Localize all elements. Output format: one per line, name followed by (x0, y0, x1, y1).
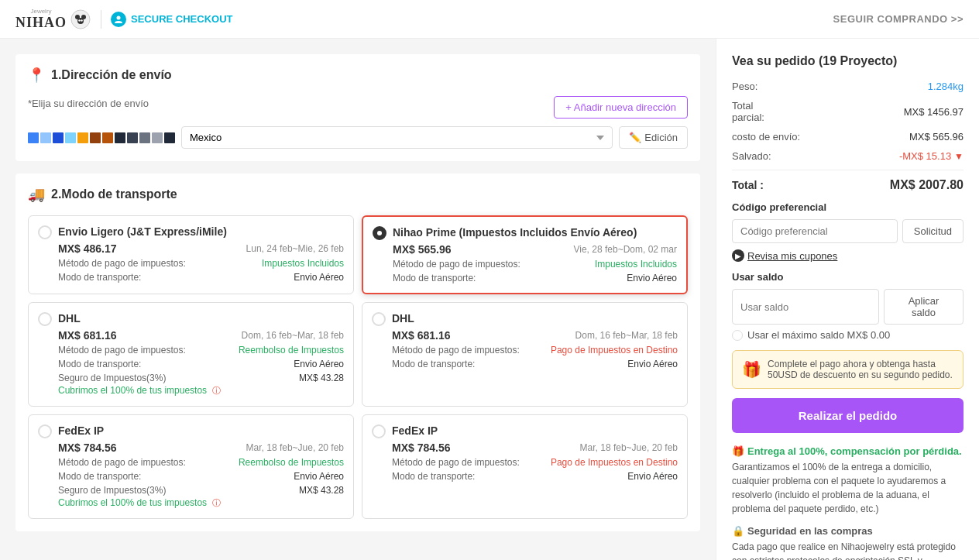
price-date-row: MX$ 681.16 Dom, 16 feb~Mar, 18 feb (58, 329, 344, 342)
card-header: Envio Ligero (J&T Express/iMile) MX$ 486… (38, 225, 344, 283)
section-title-address: 📍 1.Dirección de envío (28, 67, 688, 84)
transport-mode-label: Modo de transporte: (392, 359, 475, 369)
promo-banner-icon: 🎁 (742, 360, 761, 379)
header: Jewelry NIHAO SECURE CHECKOUT (0, 0, 979, 39)
tax-value: Pago de Impuestos en Destino (551, 345, 678, 356)
transport-mode-label: Modo de transporte: (58, 359, 141, 369)
insurance-row: Seguro de Impuestos(3%) MX$ 43.28 (58, 485, 344, 496)
tax-row: Método de pago de impuestos: Impuestos I… (393, 259, 677, 270)
card-title: FedEx IP (58, 424, 344, 437)
color-swatch[interactable] (115, 132, 125, 143)
svg-point-4 (78, 19, 80, 21)
guarantee-title: 🎁 Entrega al 100%, compensación por pérd… (732, 445, 964, 457)
radio-button[interactable] (38, 312, 52, 326)
transport-card-dhl-right[interactable]: DHL MX$ 681.16 Dom, 16 feb~Mar, 18 feb M… (362, 302, 688, 407)
transport-card-nihao-prime[interactable]: Nihao Prime (Impuestos Incluidos Envío A… (362, 215, 688, 294)
insurance-row: Seguro de Impuestos(3%) MX$ 43.28 (58, 373, 344, 383)
promo-label: Código preferencial (732, 201, 964, 213)
guarantee-text: Garantizamos el 100% de la entrega a dom… (732, 460, 964, 516)
color-swatch[interactable] (164, 132, 175, 143)
transport-mode-value: Envio Aéreo (294, 471, 344, 482)
card-header: FedEx IP MX$ 784.56 Mar, 18 feb~Jue, 20 … (372, 424, 678, 482)
order-shipping-row: costo de envío: MX$ 565.96 (732, 131, 964, 143)
radio-button[interactable] (372, 424, 386, 438)
promo-button[interactable]: Solicitud (902, 219, 964, 243)
tax-value: Reembolso de Impuestos (239, 345, 344, 356)
card-title: FedEx IP (392, 424, 678, 437)
transport-mode-row: Modo de transporte: Envio Aéreo (58, 359, 344, 369)
tax-value: Impuestos Incluidos (262, 258, 344, 269)
weight-value: 1.284kg (928, 81, 964, 92)
card-price: MX$ 784.56 (58, 441, 117, 454)
radio-button[interactable] (38, 424, 52, 438)
color-swatches (28, 132, 175, 143)
transport-card-fedex-left[interactable]: FedEx IP MX$ 784.56 Mar, 18 feb~Jue, 20 … (28, 414, 354, 519)
subtotal-label: Total parcial: (732, 100, 764, 123)
promo-input[interactable] (732, 219, 898, 243)
transport-card-envio-ligero[interactable]: Envio Ligero (J&T Express/iMile) MX$ 486… (28, 215, 354, 294)
transport-section-title: 2.Modo de transporte (51, 187, 177, 201)
max-balance-checkbox[interactable] (732, 330, 743, 341)
max-balance-row: Usar el máximo saldo MX$ 0.00 (732, 329, 964, 341)
transport-card-fedex-right[interactable]: FedEx IP MX$ 784.56 Mar, 18 feb~Jue, 20 … (362, 414, 688, 519)
coupon-icon: ▶ (732, 249, 744, 262)
guarantee-section: 🎁 Entrega al 100%, compensación por pérd… (732, 445, 964, 516)
tax-row: Método de pago de impuestos: Impuestos I… (58, 258, 344, 269)
card-price: MX$ 681.16 (58, 329, 117, 342)
address-row: Mexico ✏️ Edición (28, 126, 688, 149)
color-swatch[interactable] (77, 132, 88, 143)
balance-input[interactable] (732, 289, 879, 325)
coupon-link[interactable]: ▶ Revisa mis cupones (732, 249, 964, 262)
order-divider (732, 170, 964, 170)
tax-label: Método de pago de impuestos: (393, 259, 520, 270)
card-dates: Dom, 16 feb~Mar, 18 feb (575, 330, 678, 341)
transport-mode-value: Envio Aéreo (294, 359, 344, 369)
insurance-value: MX$ 43.28 (299, 373, 344, 383)
logo-icon (70, 9, 91, 30)
edit-icon: ✏️ (629, 132, 641, 143)
radio-button[interactable] (373, 226, 386, 240)
card-title: Nihao Prime (Impuestos Incluidos Envío A… (393, 226, 677, 239)
svg-point-6 (117, 15, 121, 19)
saved-value: -MX$ 15.13 (899, 150, 951, 162)
color-swatch[interactable] (102, 132, 113, 143)
card-content: DHL MX$ 681.16 Dom, 16 feb~Mar, 18 feb M… (58, 312, 344, 397)
covered-text: Cubrimos el 100% de tus impuestos (58, 497, 207, 508)
covered-info-icon[interactable]: ⓘ (212, 498, 221, 507)
color-swatch[interactable] (139, 132, 150, 143)
logo: Jewelry NIHAO (15, 8, 91, 31)
covered-text: Cubrimos el 100% de tus impuestos (58, 385, 207, 396)
address-label: *Elija su dirección de envío (28, 98, 149, 109)
add-address-button[interactable]: + Añadir nueva dirección (554, 96, 688, 119)
person-icon (114, 15, 123, 24)
security-title: 🔒 Seguridad en las compras (732, 525, 964, 537)
transport-mode-label: Modo de transporte: (58, 272, 141, 283)
transport-mode-value: Envio Aéreo (627, 471, 678, 482)
tax-row: Método de pago de impuestos: Reembolso d… (58, 457, 344, 468)
left-panel: 📍 1.Dirección de envío *Elija su direcci… (0, 39, 716, 560)
color-swatch[interactable] (152, 132, 163, 143)
price-date-row: MX$ 784.56 Mar, 18 feb~Jue, 20 feb (392, 441, 678, 454)
card-header: DHL MX$ 681.16 Dom, 16 feb~Mar, 18 feb M… (38, 312, 344, 397)
header-left: Jewelry NIHAO SECURE CHECKOUT (15, 8, 232, 31)
radio-button[interactable] (38, 225, 52, 239)
transport-card-dhl-left[interactable]: DHL MX$ 681.16 Dom, 16 feb~Mar, 18 feb M… (28, 302, 354, 407)
balance-button[interactable]: Aplicar saldo (884, 289, 964, 325)
card-content: DHL MX$ 681.16 Dom, 16 feb~Mar, 18 feb M… (392, 312, 678, 369)
transport-mode-row: Modo de transporte: Envio Aéreo (392, 471, 678, 482)
color-swatch[interactable] (40, 132, 51, 143)
radio-button[interactable] (372, 312, 386, 326)
edit-button[interactable]: ✏️ Edición (619, 126, 688, 149)
covered-info-icon[interactable]: ⓘ (212, 386, 221, 395)
color-swatch[interactable] (90, 132, 101, 143)
color-swatch[interactable] (65, 132, 76, 143)
continue-shopping[interactable]: SEGUIR COMPRANDO >> (833, 13, 964, 25)
color-swatch[interactable] (28, 132, 39, 143)
security-text: Cada pago que realice en Nihaojewelry es… (732, 540, 964, 560)
place-order-button[interactable]: Realizar el pedido (732, 398, 964, 433)
color-swatch[interactable] (53, 132, 64, 143)
saved-toggle[interactable]: -MX$ 15.13 ▼ (899, 150, 964, 162)
color-swatch[interactable] (127, 132, 138, 143)
secure-checkout: SECURE CHECKOUT (111, 12, 232, 27)
country-select[interactable]: Mexico (181, 126, 613, 149)
